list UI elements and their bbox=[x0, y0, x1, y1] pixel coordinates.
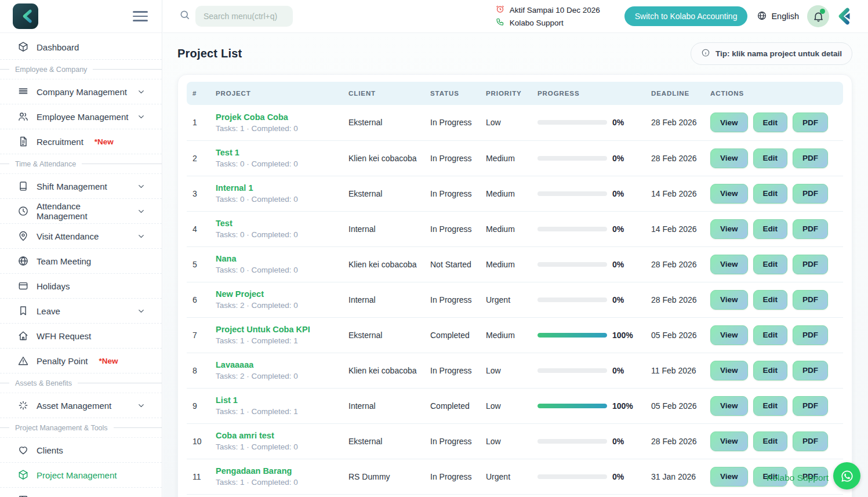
col-client: CLIENT bbox=[348, 82, 430, 105]
sidebar-item-team-meeting[interactable]: Team Meeting bbox=[0, 249, 162, 274]
kolabo-logo bbox=[834, 7, 853, 26]
priority-cell: Medium bbox=[486, 246, 537, 282]
edit-button[interactable]: Edit bbox=[753, 148, 788, 168]
pdf-button[interactable]: PDF bbox=[793, 184, 828, 204]
project-name-link[interactable]: Internal 1 bbox=[216, 183, 348, 193]
view-button[interactable]: View bbox=[710, 431, 748, 451]
deadline-cell: 28 Feb 2026 bbox=[651, 282, 710, 317]
sidebar-item-holidays[interactable]: Holidays bbox=[0, 274, 162, 299]
cube-icon bbox=[17, 469, 29, 481]
project-name-link[interactable]: Project Untuk Coba KPI bbox=[216, 325, 348, 334]
status-cell: In Progress bbox=[430, 105, 486, 140]
pdf-button[interactable]: PDF bbox=[793, 361, 828, 380]
edit-button[interactable]: Edit bbox=[753, 255, 788, 274]
view-button[interactable]: View bbox=[710, 148, 748, 168]
sidebar-section-time-attendance: Time & Attendance bbox=[0, 154, 162, 174]
project-name-link[interactable]: Lavaaaaa bbox=[216, 360, 348, 369]
sidebar-section-employee-company: Employee & Company bbox=[0, 60, 162, 79]
sidebar-item-leave[interactable]: Leave bbox=[0, 299, 162, 324]
project-name-link[interactable]: Nana bbox=[216, 254, 348, 263]
project-name-link[interactable]: Test bbox=[216, 219, 348, 228]
view-button[interactable]: View bbox=[710, 113, 748, 132]
pdf-button[interactable]: PDF bbox=[793, 255, 828, 274]
view-button[interactable]: View bbox=[710, 290, 748, 310]
tip-text: Tip: klik nama project untuk detail bbox=[716, 49, 842, 58]
client-cell: Klien kei cobacoba bbox=[348, 140, 430, 176]
whatsapp-icon bbox=[839, 468, 855, 484]
view-button[interactable]: View bbox=[710, 325, 748, 345]
edit-button[interactable]: Edit bbox=[753, 219, 788, 239]
pdf-button[interactable]: PDF bbox=[793, 467, 828, 487]
priority-cell: Low bbox=[486, 105, 537, 140]
pdf-button[interactable]: PDF bbox=[793, 290, 828, 310]
sidebar-item-project-management[interactable]: Project Management bbox=[0, 463, 162, 488]
row-number: 8 bbox=[187, 353, 216, 388]
edit-button[interactable]: Edit bbox=[753, 184, 788, 204]
section-label: Project Management & Tools bbox=[15, 424, 108, 432]
project-tasks-summary: Tasks: 1 · Completed: 0 bbox=[216, 442, 348, 451]
client-cell: Klien kei cobacoba bbox=[348, 353, 430, 388]
pdf-button[interactable]: PDF bbox=[793, 396, 828, 416]
sidebar-item-task-management[interactable]: Task Management bbox=[0, 488, 162, 497]
sidebar-item-shift-management[interactable]: Shift Management bbox=[0, 174, 162, 199]
pdf-button[interactable]: PDF bbox=[793, 148, 828, 168]
project-name-link[interactable]: Test 1 bbox=[216, 148, 348, 157]
whatsapp-button[interactable] bbox=[833, 462, 860, 489]
pdf-button[interactable]: PDF bbox=[793, 113, 828, 132]
progress-bar bbox=[537, 333, 607, 338]
sidebar-item-company-management[interactable]: Company Management bbox=[0, 79, 162, 104]
sidebar-item-asset-management[interactable]: Asset Management bbox=[0, 393, 162, 418]
edit-button[interactable]: Edit bbox=[753, 396, 788, 416]
view-button[interactable]: View bbox=[710, 184, 748, 204]
edit-button[interactable]: Edit bbox=[753, 290, 788, 310]
row-number: 4 bbox=[187, 211, 216, 246]
sidebar-item-wfh-request[interactable]: WFH Request bbox=[0, 324, 162, 349]
edit-button[interactable]: Edit bbox=[753, 467, 788, 487]
sidebar-item-attendance-management[interactable]: Attendance Management bbox=[0, 199, 162, 224]
project-name-link[interactable]: Pengadaan Barang bbox=[216, 466, 348, 476]
sidebar-item-dashboard[interactable]: Dashboard bbox=[0, 35, 162, 60]
project-tasks-summary: Tasks: 0 · Completed: 0 bbox=[216, 266, 348, 274]
client-cell: Internal bbox=[348, 211, 430, 246]
status-cell: In Progress bbox=[430, 282, 486, 317]
view-button[interactable]: View bbox=[710, 396, 748, 416]
project-tasks-summary: Tasks: 1 · Completed: 1 bbox=[216, 336, 348, 345]
status-cell: Completed bbox=[430, 317, 486, 353]
project-name-link[interactable]: New Project bbox=[216, 289, 348, 299]
deadline-cell: 11 Feb 2026 bbox=[651, 353, 710, 388]
sidebar-item-penalty-point[interactable]: Penalty Point *New bbox=[0, 349, 162, 373]
search-input[interactable] bbox=[195, 6, 293, 27]
menu-toggle-icon[interactable] bbox=[133, 11, 148, 21]
progress-label: 0% bbox=[612, 295, 624, 304]
project-tasks-summary: Tasks: 0 · Completed: 0 bbox=[216, 230, 348, 239]
chevron-down-icon bbox=[137, 232, 146, 241]
project-name-link[interactable]: Projek Coba Coba bbox=[216, 113, 348, 122]
notifications-button[interactable] bbox=[807, 5, 829, 27]
sidebar-item-recruitment[interactable]: Recruitment *New bbox=[0, 129, 162, 154]
sidebar-item-visit-attendance[interactable]: Visit Attendance bbox=[0, 224, 162, 249]
view-button[interactable]: View bbox=[710, 219, 748, 239]
project-name-link[interactable]: Coba amri test bbox=[216, 431, 348, 440]
switch-accounting-button[interactable]: Switch to Kolabo Accounting bbox=[624, 6, 748, 26]
view-button[interactable]: View bbox=[710, 255, 748, 274]
project-tasks-summary: Tasks: 0 · Completed: 0 bbox=[216, 159, 348, 168]
pdf-button[interactable]: PDF bbox=[793, 325, 828, 345]
edit-button[interactable]: Edit bbox=[753, 113, 788, 132]
table-row: 4TestTasks: 0 · Completed: 0InternalIn P… bbox=[187, 211, 843, 246]
table-row: 8LavaaaaaTasks: 2 · Completed: 0Klien ke… bbox=[187, 353, 843, 388]
chevron-down-icon bbox=[137, 182, 146, 191]
edit-button[interactable]: Edit bbox=[753, 361, 788, 380]
sidebar-item-employee-management[interactable]: Employee Management bbox=[0, 104, 162, 129]
client-cell: Klien kei cobacoba bbox=[348, 246, 430, 282]
view-button[interactable]: View bbox=[710, 467, 748, 487]
row-number: 3 bbox=[187, 176, 216, 211]
view-button[interactable]: View bbox=[710, 361, 748, 380]
language-selector[interactable]: English bbox=[757, 10, 799, 23]
sidebar-item-clients[interactable]: Clients bbox=[0, 438, 162, 463]
pdf-button[interactable]: PDF bbox=[793, 219, 828, 239]
edit-button[interactable]: Edit bbox=[753, 325, 788, 345]
project-name-link[interactable]: List 1 bbox=[216, 396, 348, 405]
heart-icon bbox=[17, 444, 29, 456]
edit-button[interactable]: Edit bbox=[753, 431, 788, 451]
pdf-button[interactable]: PDF bbox=[793, 431, 828, 451]
